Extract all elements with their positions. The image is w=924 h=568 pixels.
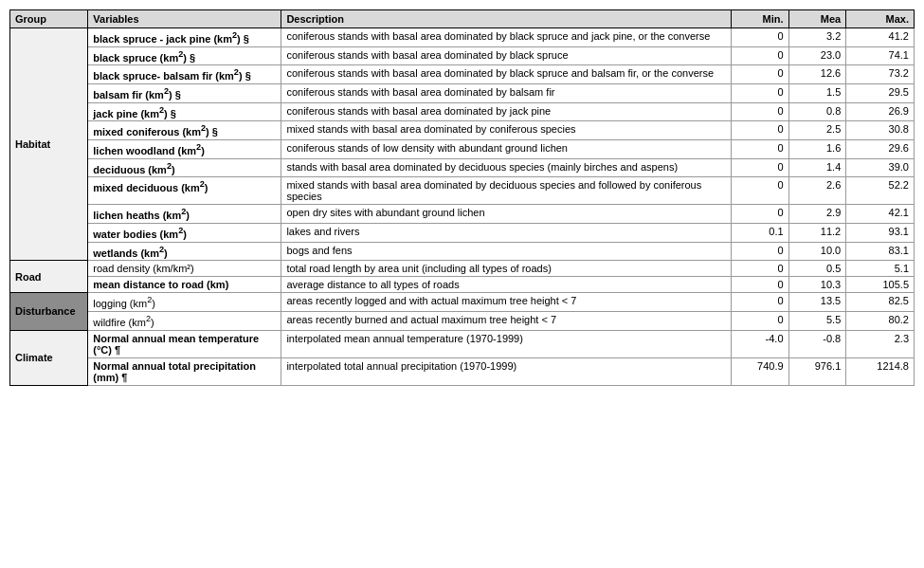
variable-cell: mean distance to road (km): [88, 277, 281, 293]
description-cell: coniferous stands with basal area domina…: [281, 102, 731, 121]
variable-cell: mixed deciduous (km2): [88, 177, 281, 205]
mea-cell: 1.6: [788, 139, 846, 158]
table-row: Disturbancelogging (km2)areas recently l…: [10, 293, 915, 312]
group-cell: Climate: [10, 330, 88, 385]
description-cell: average distance to all types of roads: [281, 277, 731, 293]
variable-cell: black spruce- balsam fir (km2) §: [88, 65, 281, 84]
description-cell: stands with basal area dominated by deci…: [281, 158, 731, 177]
variable-cell: jack pine (km2) §: [88, 102, 281, 121]
table-row: balsam fir (km2) §coniferous stands with…: [10, 83, 915, 102]
max-cell: 2.3: [846, 330, 915, 357]
mea-cell: 2.6: [788, 177, 846, 205]
table-row: deciduous (km2)stands with basal area do…: [10, 158, 915, 177]
mea-cell: 1.5: [788, 83, 846, 102]
table-row: mean distance to road (km)average distan…: [10, 277, 915, 293]
mea-cell: -0.8: [788, 330, 846, 357]
description-cell: open dry sites with abundant ground lich…: [281, 205, 731, 224]
data-table: Group Variables Description Min. Mea Max…: [9, 9, 915, 386]
mea-cell: 2.5: [788, 121, 846, 140]
variable-cell: Normal annual mean temperature (°C) ¶: [88, 330, 281, 357]
variable-cell: black spruce (km2) §: [88, 46, 281, 65]
table-row: water bodies (km2)lakes and rivers0.111.…: [10, 223, 915, 242]
mea-cell: 976.1: [788, 357, 846, 385]
mea-cell: 2.9: [788, 205, 846, 224]
mea-cell: 0.8: [788, 102, 846, 121]
description-cell: interpolated mean annual temperature (19…: [281, 330, 731, 357]
min-cell: 0: [731, 242, 788, 261]
max-cell: 80.2: [846, 311, 915, 330]
table-row: Roadroad density (km/km²)total road leng…: [10, 261, 915, 277]
min-cell: 0: [731, 293, 788, 312]
variable-cell: wetlands (km2): [88, 242, 281, 261]
variable-cell: balsam fir (km2) §: [88, 83, 281, 102]
mea-cell: 0.5: [788, 261, 846, 277]
mea-cell: 10.0: [788, 242, 846, 261]
min-cell: 0: [731, 65, 788, 84]
min-cell: 740.9: [731, 357, 788, 385]
min-cell: 0: [731, 121, 788, 140]
table-row: wetlands (km2)bogs and fens010.083.1: [10, 242, 915, 261]
variable-cell: wildfire (km2): [88, 311, 281, 330]
table-row: jack pine (km2) §coniferous stands with …: [10, 102, 915, 121]
table-row: black spruce (km2) §coniferous stands wi…: [10, 46, 915, 65]
min-cell: -4.0: [731, 330, 788, 357]
mea-cell: 10.3: [788, 277, 846, 293]
min-cell: 0: [731, 46, 788, 65]
table-row: Habitatblack spruce - jack pine (km2) §c…: [10, 28, 915, 47]
group-cell: Road: [10, 261, 88, 293]
max-cell: 52.2: [846, 177, 915, 205]
description-cell: lakes and rivers: [281, 223, 731, 242]
min-cell: 0: [731, 158, 788, 177]
table-row: mixed coniferous (km2) §mixed stands wit…: [10, 121, 915, 140]
table-row: lichen heaths (km2)open dry sites with a…: [10, 205, 915, 224]
header-variables: Variables: [88, 10, 281, 28]
max-cell: 105.5: [846, 277, 915, 293]
description-cell: coniferous stands with basal area domina…: [281, 46, 731, 65]
description-cell: coniferous stands with basal area domina…: [281, 65, 731, 84]
max-cell: 74.1: [846, 46, 915, 65]
min-cell: 0: [731, 177, 788, 205]
variable-cell: logging (km2): [88, 293, 281, 312]
header-max: Max.: [846, 10, 915, 28]
min-cell: 0: [731, 205, 788, 224]
min-cell: 0: [731, 139, 788, 158]
mea-cell: 23.0: [788, 46, 846, 65]
max-cell: 39.0: [846, 158, 915, 177]
description-cell: coniferous stands of low density with ab…: [281, 139, 731, 158]
header-mea: Mea: [788, 10, 846, 28]
header-description: Description: [281, 10, 731, 28]
mea-cell: 11.2: [788, 223, 846, 242]
description-cell: bogs and fens: [281, 242, 731, 261]
min-cell: 0.1: [731, 223, 788, 242]
variable-cell: black spruce - jack pine (km2) §: [88, 28, 281, 47]
min-cell: 0: [731, 277, 788, 293]
max-cell: 26.9: [846, 102, 915, 121]
table-row: black spruce- balsam fir (km2) §conifero…: [10, 65, 915, 84]
min-cell: 0: [731, 102, 788, 121]
variable-cell: mixed coniferous (km2) §: [88, 121, 281, 140]
min-cell: 0: [731, 83, 788, 102]
max-cell: 83.1: [846, 242, 915, 261]
description-cell: interpolated total annual precipitation …: [281, 357, 731, 385]
mea-cell: 13.5: [788, 293, 846, 312]
description-cell: mixed stands with basal area dominated b…: [281, 177, 731, 205]
max-cell: 5.1: [846, 261, 915, 277]
header-min: Min.: [731, 10, 788, 28]
description-cell: coniferous stands with basal area domina…: [281, 28, 731, 47]
table-row: mixed deciduous (km2)mixed stands with b…: [10, 177, 915, 205]
max-cell: 93.1: [846, 223, 915, 242]
variable-cell: deciduous (km2): [88, 158, 281, 177]
max-cell: 73.2: [846, 65, 915, 84]
variable-cell: road density (km/km²): [88, 261, 281, 277]
group-cell: Disturbance: [10, 293, 88, 330]
description-cell: mixed stands with basal area dominated b…: [281, 121, 731, 140]
variable-cell: lichen heaths (km2): [88, 205, 281, 224]
description-cell: total road length by area unit (includin…: [281, 261, 731, 277]
max-cell: 42.1: [846, 205, 915, 224]
mea-cell: 5.5: [788, 311, 846, 330]
header-group: Group: [10, 10, 88, 28]
min-cell: 0: [731, 28, 788, 47]
variable-cell: lichen woodland (km2): [88, 139, 281, 158]
max-cell: 30.8: [846, 121, 915, 140]
max-cell: 29.6: [846, 139, 915, 158]
